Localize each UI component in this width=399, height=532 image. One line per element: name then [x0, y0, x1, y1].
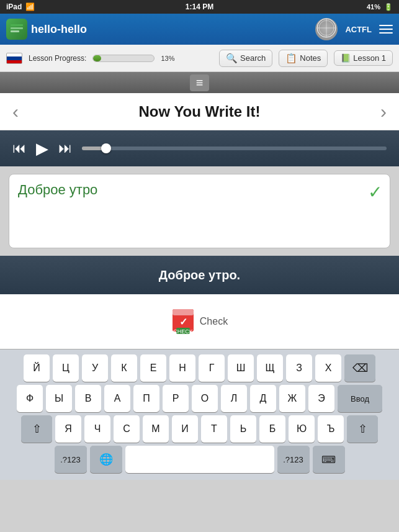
enter-key[interactable]: Ввод [338, 385, 382, 412]
title-section: ‹ Now You Write It! › [0, 93, 399, 130]
key-а[interactable]: А [104, 385, 130, 412]
svg-rect-0 [11, 24, 23, 26]
key-ь[interactable]: Ь [230, 415, 256, 443]
key-й[interactable]: Й [24, 354, 50, 382]
status-bar: iPad 📶 1:14 PM 41% 🔋 [0, 0, 399, 14]
key-ъ[interactable]: Ъ [318, 415, 344, 443]
next-nav-arrow[interactable]: › [380, 101, 387, 122]
toolbar: Lesson Progress: 13% 🔍 Search 📋 Notes 📗 … [0, 45, 399, 72]
key-х[interactable]: Х [315, 354, 341, 382]
key-ф[interactable]: Ф [17, 385, 43, 412]
subtitle-icon: ≡ [190, 74, 210, 91]
key-к[interactable]: К [111, 354, 137, 382]
key-п[interactable]: П [133, 385, 159, 412]
skip-back-button[interactable]: ⏮ [12, 140, 26, 156]
notes-label: Notes [300, 53, 321, 63]
key-б[interactable]: Б [259, 415, 285, 443]
search-icon: 🔍 [226, 53, 238, 64]
lesson-progress-label: Lesson Progress: [29, 54, 86, 63]
key-щ[interactable]: Щ [257, 354, 283, 382]
lesson-label: Lesson 1 [353, 53, 386, 63]
lesson-button[interactable]: 📗 Lesson 1 [334, 50, 393, 66]
key-н[interactable]: Н [169, 354, 195, 382]
key-м[interactable]: М [143, 415, 169, 443]
progress-percent: 13% [161, 55, 174, 62]
keyboard-hide-key[interactable]: ⌨ [313, 446, 345, 473]
keyboard-row-3: ⇧ Я Ч С М И Т Ь Б Ю Ъ ⇧ [4, 415, 395, 443]
key-ж[interactable]: Ж [279, 385, 305, 412]
key-з[interactable]: З [286, 354, 312, 382]
russian-flag-icon [6, 53, 22, 64]
shift-left-key[interactable]: ⇧ [21, 415, 52, 443]
app-logo: hello-hello [6, 19, 87, 40]
key-с[interactable]: С [114, 415, 140, 443]
svg-rect-1 [11, 27, 23, 29]
translation-bar: Доброе утро. [0, 256, 399, 294]
key-и[interactable]: И [172, 415, 198, 443]
key-ч[interactable]: Ч [84, 415, 110, 443]
page-title: Now You Write It! [139, 103, 261, 120]
actfl-label [316, 17, 337, 41]
keyboard-row-2: Ф Ы В А П Р О Л Д Ж Э Ввод [4, 385, 395, 412]
skip-forward-button[interactable]: ⏭ [58, 140, 72, 156]
time-display: 1:14 PM [186, 2, 213, 11]
key-э[interactable]: Э [308, 385, 334, 412]
key-ц[interactable]: Ц [53, 354, 79, 382]
key-л[interactable]: Л [221, 385, 247, 412]
subtitle-bar: ≡ [0, 72, 399, 93]
device-label: iPad [6, 2, 22, 11]
menu-icon[interactable] [379, 25, 393, 34]
logo-icon [6, 19, 27, 40]
audio-slider[interactable] [82, 147, 387, 150]
audio-slider-thumb [101, 143, 111, 153]
prev-nav-arrow[interactable]: ‹ [12, 101, 19, 122]
numbers-key-right[interactable]: .?123 [277, 446, 310, 473]
notes-button[interactable]: 📋 Notes [279, 50, 328, 67]
spacebar[interactable] [125, 446, 274, 473]
svg-rect-2 [11, 30, 19, 32]
delete-key[interactable]: ⌫ [344, 354, 375, 382]
translation-text: Доброе утро. [159, 268, 240, 282]
key-у[interactable]: У [82, 354, 108, 382]
key-р[interactable]: Р [163, 385, 189, 412]
svg-text:✓: ✓ [179, 317, 187, 327]
key-я[interactable]: Я [55, 415, 81, 443]
audio-player: ⏮ ▶ ⏭ [0, 130, 399, 166]
keyboard: Й Ц У К Е Н Г Ш Щ З Х ⌫ Ф Ы В А П Р О Л … [0, 349, 399, 480]
header-right: ACTFL [315, 18, 393, 40]
check-button[interactable]: ✓ CHECK Check [171, 308, 228, 335]
battery-label: 41% [367, 3, 380, 11]
globe-key[interactable]: 🌐 [90, 446, 122, 473]
key-т[interactable]: Т [201, 415, 227, 443]
app-header: hello-hello ACTFL [0, 14, 399, 45]
check-button-icon: ✓ CHECK [171, 308, 195, 335]
svg-rect-8 [173, 309, 194, 315]
svg-text:CHECK: CHECK [173, 328, 193, 335]
keyboard-row-1: Й Ц У К Е Н Г Ш Щ З Х ⌫ [4, 354, 395, 382]
logo-text: hello-hello [31, 23, 87, 36]
play-button[interactable]: ▶ [36, 139, 48, 158]
progress-bar-fill [93, 55, 101, 61]
key-е[interactable]: Е [140, 354, 166, 382]
numbers-key-left[interactable]: .?123 [55, 446, 87, 473]
key-о[interactable]: О [192, 385, 218, 412]
battery-icon: 🔋 [384, 3, 393, 11]
key-ш[interactable]: Ш [228, 354, 254, 382]
key-в[interactable]: В [75, 385, 101, 412]
keyboard-row-4: .?123 🌐 .?123 ⌨ [4, 446, 395, 473]
check-button-label: Check [200, 316, 228, 327]
key-ю[interactable]: Ю [289, 415, 315, 443]
write-input[interactable]: Доброе утро [18, 182, 381, 240]
search-button[interactable]: 🔍 Search [219, 50, 272, 67]
wifi-icon: 📶 [25, 2, 35, 11]
actfl-badge[interactable] [315, 18, 338, 40]
key-ы[interactable]: Ы [46, 385, 72, 412]
key-д[interactable]: Д [250, 385, 276, 412]
key-г[interactable]: Г [199, 354, 225, 382]
shift-right-key[interactable]: ⇧ [347, 415, 378, 443]
lesson-icon: 📗 [341, 53, 351, 63]
notes-icon: 📋 [285, 53, 297, 64]
write-area[interactable]: Доброе утро ✓ [9, 174, 390, 248]
progress-bar [92, 55, 155, 62]
actfl-text-label: ACTFL [345, 25, 372, 34]
